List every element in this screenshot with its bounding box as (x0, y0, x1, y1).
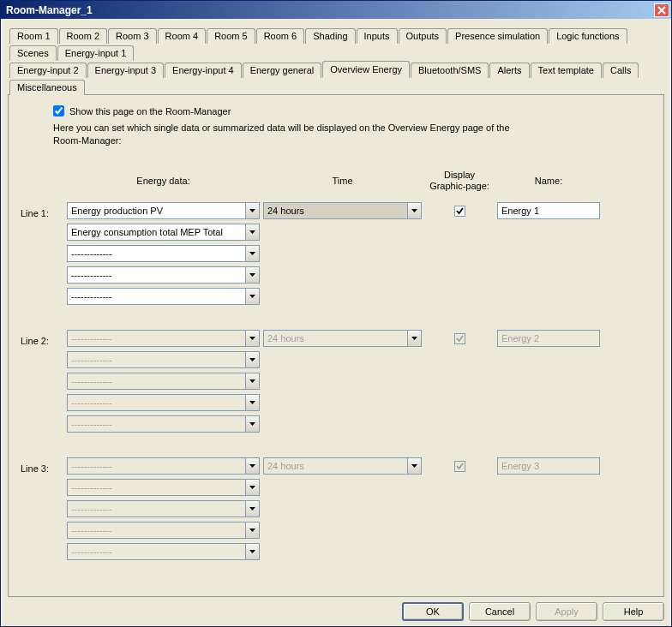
combo[interactable]: 24 hours (263, 202, 422, 219)
tab-room-4[interactable]: Room 4 (158, 28, 207, 44)
tab-presence-simulation[interactable]: Presence simulation (447, 28, 548, 44)
chevron-down-icon[interactable] (407, 202, 422, 219)
tab-energy-input-1[interactable]: Energy-input 1 (57, 45, 135, 61)
tab-room-5[interactable]: Room 5 (207, 28, 255, 44)
line-label: Line 3: (21, 463, 63, 474)
header-time: Time (263, 176, 422, 196)
combo: 24 hours (263, 457, 422, 475)
tab-room-1[interactable]: Room 1 (9, 28, 58, 44)
tab-panel-overview-energy: Show this page on the Room-Manager Here … (8, 95, 664, 597)
dialog-window: Room-Manager_1 Room 1Room 2Room 3Room 4R… (0, 0, 672, 627)
chevron-down-icon (245, 415, 260, 433)
combo: ------------- (67, 543, 260, 560)
tab-energy-input-2[interactable]: Energy-input 2 (9, 63, 87, 78)
chevron-down-icon (407, 457, 422, 475)
tab-alerts[interactable]: Alerts (489, 63, 529, 78)
chevron-down-icon (245, 330, 260, 347)
display-checkbox[interactable] (454, 206, 465, 217)
combo[interactable]: Energy consumption total MEP Total (67, 224, 260, 241)
chevron-down-icon (245, 457, 260, 475)
chevron-down-icon (245, 543, 260, 560)
combo[interactable]: ------------- (67, 245, 260, 262)
chevron-down-icon[interactable] (245, 202, 260, 219)
chevron-down-icon[interactable] (245, 245, 260, 262)
chevron-down-icon (245, 500, 260, 517)
tab-strip: Room 1Room 2Room 3Room 4Room 5Room 6Shad… (8, 26, 664, 95)
tab-shading[interactable]: Shading (305, 28, 355, 44)
header-name: Name: (497, 176, 600, 196)
name-input: Energy 2 (497, 330, 600, 347)
tab-energy-input-4[interactable]: Energy-input 4 (165, 63, 242, 78)
combo: ------------- (67, 500, 260, 517)
header-energy-data: Energy data: (67, 176, 260, 196)
chevron-down-icon (245, 351, 260, 368)
tab-overview-energy[interactable]: Overview Energy (322, 61, 410, 78)
combo: ------------- (67, 394, 260, 411)
combo: ------------- (67, 351, 260, 368)
tab-room-6[interactable]: Room 6 (256, 28, 305, 44)
ok-button[interactable]: OK (402, 602, 464, 621)
chevron-down-icon[interactable] (245, 266, 260, 284)
chevron-down-icon[interactable] (245, 288, 260, 305)
combo: 24 hours (263, 330, 422, 347)
tab-energy-general[interactable]: Energy general (243, 63, 322, 78)
energy-grid: Energy data: Time Display Graphic-page: … (21, 170, 651, 564)
apply-button: Apply (536, 602, 597, 621)
tab-text-template[interactable]: Text template (531, 63, 602, 78)
tab-bluetooth-sms[interactable]: Bluetooth/SMS (411, 63, 489, 78)
client-area: Room 1Room 2Room 3Room 4Room 5Room 6Shad… (1, 19, 671, 626)
help-button[interactable]: Help (603, 602, 664, 621)
tab-miscellaneous[interactable]: Miscellaneous (9, 80, 85, 95)
combo: ------------- (67, 415, 260, 433)
line-label: Line 2: (21, 336, 63, 346)
combo[interactable]: Energy production PV (67, 202, 260, 219)
combo: ------------- (67, 522, 260, 539)
tab-scenes[interactable]: Scenes (9, 45, 57, 61)
chevron-down-icon (245, 522, 260, 539)
name-input: Energy 3 (497, 457, 600, 475)
display-checkbox (454, 333, 465, 344)
line-label: Line 1: (21, 208, 63, 218)
header-display: Display Graphic-page: (425, 170, 494, 202)
name-input[interactable]: Energy 1 (497, 202, 600, 219)
chevron-down-icon[interactable] (245, 224, 260, 241)
display-checkbox (454, 461, 465, 472)
tab-room-3[interactable]: Room 3 (108, 28, 157, 44)
tab-energy-input-3[interactable]: Energy-input 3 (87, 63, 165, 78)
cancel-button[interactable]: Cancel (469, 602, 531, 621)
show-page-label: Show this page on the Room-Manager (69, 106, 231, 116)
combo[interactable]: ------------- (67, 288, 260, 305)
combo: ------------- (67, 373, 260, 390)
tab-outputs[interactable]: Outputs (399, 28, 447, 44)
tab-room-2[interactable]: Room 2 (59, 28, 108, 44)
combo: ------------- (67, 457, 260, 475)
show-page-checkbox[interactable] (53, 105, 64, 116)
chevron-down-icon (245, 373, 260, 390)
window-title: Room-Manager_1 (6, 4, 654, 16)
chevron-down-icon (245, 479, 260, 496)
tab-calls[interactable]: Calls (603, 63, 639, 78)
combo[interactable]: ------------- (67, 266, 260, 284)
titlebar: Room-Manager_1 (1, 1, 671, 19)
tab-inputs[interactable]: Inputs (357, 28, 398, 44)
button-bar: OK Cancel Apply Help (8, 597, 664, 621)
chevron-down-icon (245, 394, 260, 411)
combo: ------------- (67, 479, 260, 496)
chevron-down-icon (407, 330, 422, 347)
close-button[interactable] (654, 3, 669, 17)
combo: ------------- (67, 330, 260, 347)
help-text: Here you can set which single data or su… (53, 122, 516, 147)
tab-logic-functions[interactable]: Logic functions (549, 28, 627, 44)
